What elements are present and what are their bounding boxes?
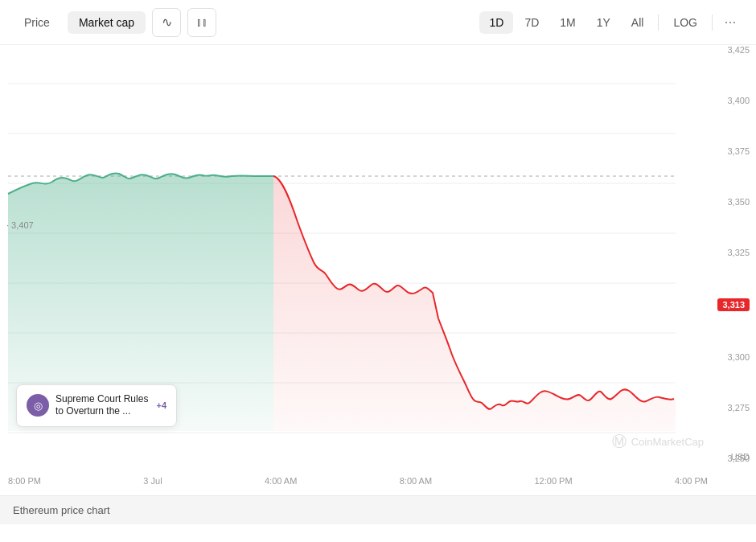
x-label-3jul: 3 Jul (143, 476, 162, 486)
currency-label: USD (731, 452, 750, 462)
chart-caption: Ethereum price chart (0, 495, 756, 524)
y-label-3275: 3,275 (717, 403, 750, 413)
x-label-400pm: 4:00 PM (675, 476, 708, 486)
x-label-400am: 4:00 AM (265, 476, 297, 486)
x-label-1200pm: 12:00 PM (535, 476, 573, 486)
y-label-3300: 3,300 (717, 352, 750, 362)
chart-area: · 3,407 3,425 3,400 3,375 3,350 3,325 3,… (0, 45, 756, 495)
candle-chart-button[interactable]: ⫿⫿ (187, 8, 216, 37)
coinmarketcap-icon: Ⓜ (612, 432, 627, 451)
timeframe-7d[interactable]: 7D (515, 11, 549, 34)
ref-value-label: · 3,407 (6, 220, 34, 230)
x-axis: 8:00 PM 3 Jul 4:00 AM 8:00 AM 12:00 PM 4… (8, 466, 708, 495)
y-label-3325: 3,325 (717, 248, 750, 257)
timeframe-1y[interactable]: 1Y (587, 11, 620, 34)
current-value-label: 3,313 (717, 298, 750, 311)
x-label-800pm: 8:00 PM (8, 476, 41, 486)
timeframe-1m[interactable]: 1M (550, 11, 585, 34)
timeframe-1d[interactable]: 1D (479, 11, 513, 34)
toolbar: Price Market cap ∿ ⫿⫿ 1D 7D 1M 1Y All LO… (0, 0, 756, 45)
price-tab[interactable]: Price (13, 11, 61, 34)
y-axis: 3,425 3,400 3,375 3,350 3,325 3,313 3,30… (717, 45, 750, 463)
y-label-3425: 3,425 (717, 45, 750, 55)
watermark-text: CoinMarketCap (631, 436, 704, 448)
news-source-icon: ◎ (27, 394, 49, 417)
line-chart-icon: ∿ (162, 14, 172, 30)
y-label-3400: 3,400 (717, 96, 750, 105)
market-cap-tab[interactable]: Market cap (68, 11, 146, 34)
x-label-800am: 8:00 AM (400, 476, 432, 486)
caption-text: Ethereum price chart (13, 504, 110, 516)
y-label-3375: 3,375 (717, 146, 750, 156)
news-tooltip[interactable]: ◎ Supreme Court Rules to Overturn the ..… (16, 384, 177, 427)
candle-chart-icon: ⫿⫿ (196, 16, 207, 28)
news-count[interactable]: +4 (156, 400, 166, 410)
line-chart-button[interactable]: ∿ (152, 8, 181, 37)
toolbar-right: 1D 7D 1M 1Y All LOG ··· (479, 10, 743, 35)
news-icon-symbol: ◎ (34, 400, 43, 412)
watermark: Ⓜ CoinMarketCap (612, 432, 704, 451)
divider (658, 14, 659, 31)
divider2 (712, 14, 713, 31)
y-label-3350: 3,350 (717, 197, 750, 207)
more-button[interactable]: ··· (717, 10, 743, 35)
toolbar-left: Price Market cap ∿ ⫿⫿ (13, 8, 216, 37)
timeframe-log[interactable]: LOG (664, 11, 707, 34)
timeframe-all[interactable]: All (622, 11, 654, 34)
news-headline: Supreme Court Rules to Overturn the ... (55, 393, 150, 418)
